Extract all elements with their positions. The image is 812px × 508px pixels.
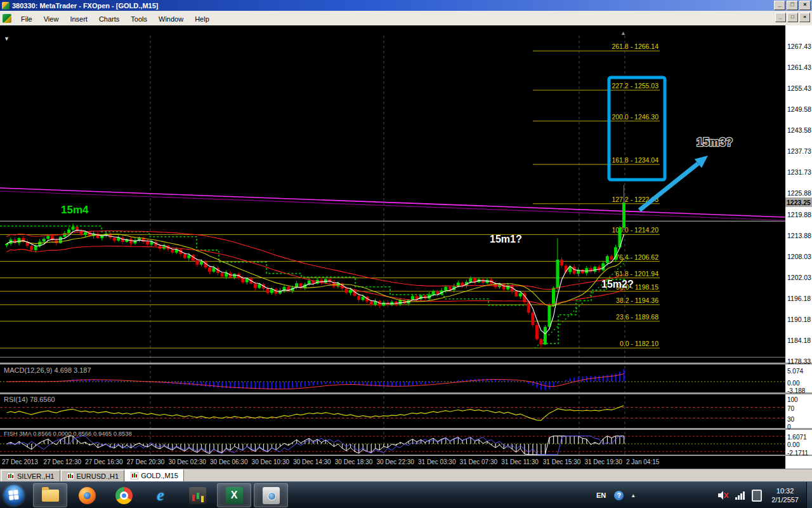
taskbar-ie-icon[interactable]: e bbox=[143, 483, 178, 507]
excel-icon: X bbox=[226, 487, 243, 504]
start-button[interactable] bbox=[4, 485, 24, 505]
minimize-button[interactable]: _ bbox=[774, 1, 785, 10]
internet-explorer-icon: e bbox=[157, 486, 164, 505]
chart-tab-label: GOLD.,M15 bbox=[141, 472, 178, 479]
mdi-window-buttons: _ □ × bbox=[774, 13, 810, 22]
taskbar-firefox-icon[interactable] bbox=[70, 483, 104, 507]
menu-window[interactable]: Window bbox=[153, 13, 189, 25]
menu-help[interactable]: Help bbox=[189, 13, 215, 25]
menu-items: FileViewInsertChartsToolsWindowHelp bbox=[15, 13, 215, 24]
clock-date: 2/1/2557 bbox=[771, 495, 799, 504]
taskbar-folder-icon[interactable] bbox=[33, 483, 67, 507]
chart-tab-goldm15[interactable]: GOLD.,M15 bbox=[125, 469, 184, 481]
tray-misc-icon[interactable] bbox=[752, 490, 762, 502]
chart-tab-eurusdh1[interactable]: EURUSD.,H1 bbox=[61, 470, 125, 481]
volume-muted-icon[interactable] bbox=[717, 490, 729, 500]
menu-charts[interactable]: Charts bbox=[93, 13, 125, 25]
image-viewer-icon bbox=[263, 487, 280, 504]
clock-time: 10:32 bbox=[771, 486, 799, 495]
chart-tab-label: SILVER.,H1 bbox=[17, 472, 55, 480]
taskbar-excel-icon[interactable]: X bbox=[217, 483, 251, 507]
taskbar-image-viewer-icon[interactable] bbox=[254, 483, 288, 507]
menu-file[interactable]: File bbox=[15, 13, 38, 25]
taskbar-chrome-icon[interactable] bbox=[107, 483, 141, 507]
clock[interactable]: 10:32 2/1/2557 bbox=[765, 486, 805, 505]
app-icon bbox=[2, 2, 10, 10]
windows-flag-icon bbox=[8, 490, 20, 501]
mdi-close-button[interactable]: × bbox=[799, 13, 810, 22]
metatrader-window: 380330: MetaTrader - FXOpen - [GOLD.,M15… bbox=[0, 0, 812, 508]
price-scale[interactable] bbox=[785, 25, 812, 469]
mdi-minimize-button[interactable]: _ bbox=[775, 13, 786, 22]
chrome-icon bbox=[115, 487, 133, 504]
system-tray: EN ? ▲ 10:32 2/1/2557 bbox=[591, 482, 812, 508]
taskbar: e X EN ? ▲ 10:32 2/1/2557 bbox=[0, 481, 812, 508]
title-bar: 380330: MetaTrader - FXOpen - [GOLD.,M15… bbox=[0, 0, 812, 11]
show-desktop-button[interactable] bbox=[806, 482, 812, 508]
chart-canvas[interactable] bbox=[0, 25, 785, 469]
chart-tab-icon bbox=[67, 472, 74, 480]
network-icon[interactable] bbox=[735, 491, 745, 500]
folder-icon bbox=[42, 490, 59, 502]
chart-tab-silverh1[interactable]: SILVER.,H1 bbox=[1, 470, 60, 481]
window-title: 380330: MetaTrader - FXOpen - [GOLD.,M15… bbox=[12, 2, 158, 10]
chart-tab-icon bbox=[7, 472, 15, 480]
maximize-button[interactable]: □ bbox=[787, 1, 798, 10]
menu-view[interactable]: View bbox=[38, 13, 65, 25]
tray-expand-icon[interactable]: ▲ bbox=[631, 493, 636, 498]
chart-tab-bar: SILVER.,H1EURUSD.,H1GOLD.,M15 bbox=[0, 469, 812, 481]
close-button[interactable]: × bbox=[799, 1, 811, 10]
mdi-restore-button[interactable]: □ bbox=[787, 13, 798, 22]
metatrader-menu-icon bbox=[3, 14, 11, 23]
menu-insert[interactable]: Insert bbox=[64, 13, 93, 25]
language-indicator[interactable]: EN bbox=[591, 491, 611, 499]
menu-tools[interactable]: Tools bbox=[125, 13, 153, 25]
chart-tab-icon bbox=[131, 472, 138, 479]
menu-bar: FileViewInsertChartsToolsWindowHelp _ □ … bbox=[0, 11, 812, 26]
metatrader-icon bbox=[189, 487, 206, 504]
taskbar-metatrader-icon[interactable] bbox=[180, 483, 214, 507]
help-icon[interactable]: ? bbox=[614, 491, 624, 500]
firefox-icon bbox=[79, 487, 96, 504]
chart-tab-label: EURUSD.,H1 bbox=[77, 472, 119, 480]
